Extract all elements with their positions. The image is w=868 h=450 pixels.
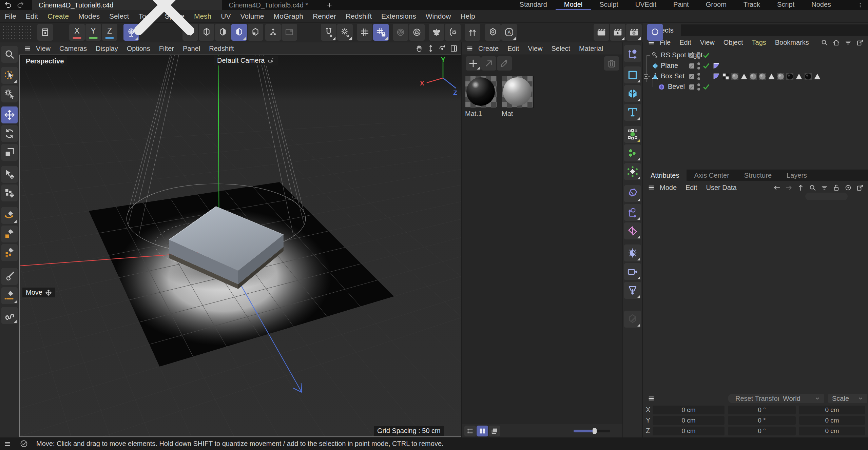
open-new-icon[interactable] bbox=[856, 39, 864, 46]
phong-tag-icon[interactable] bbox=[713, 73, 720, 80]
menu-volume[interactable]: Volume bbox=[235, 12, 269, 20]
multi-transform-tool[interactable] bbox=[1, 184, 18, 201]
material-gray-tag-icon[interactable] bbox=[749, 73, 757, 80]
sketch-tool[interactable] bbox=[1, 307, 18, 324]
tree-row-plane[interactable]: Plane bbox=[643, 61, 868, 71]
spline-primitives-button[interactable] bbox=[624, 66, 641, 83]
lock-y-axis-button[interactable]: Y bbox=[85, 24, 101, 41]
search-icon[interactable] bbox=[821, 39, 828, 46]
coordinate-mode-dropdown[interactable]: Scale bbox=[828, 394, 867, 403]
find-tool[interactable] bbox=[1, 46, 18, 63]
material-layer-view-button[interactable] bbox=[489, 426, 500, 436]
enable-toggle-icon[interactable] bbox=[688, 52, 695, 59]
rotate-tool[interactable] bbox=[1, 125, 18, 142]
quantize-button[interactable] bbox=[337, 24, 353, 41]
falloff-button[interactable] bbox=[393, 24, 408, 41]
menu-render[interactable]: Render bbox=[308, 12, 341, 20]
enabled-check-icon[interactable] bbox=[702, 83, 710, 91]
null-object-button[interactable] bbox=[624, 45, 641, 62]
viewport-menu-cameras[interactable]: Cameras bbox=[55, 45, 91, 53]
material-thumbnail[interactable] bbox=[502, 76, 534, 108]
brush-tool[interactable] bbox=[1, 268, 18, 285]
render-settings-button[interactable] bbox=[626, 24, 642, 41]
arrow-right-icon[interactable] bbox=[785, 184, 793, 192]
tab-structure[interactable]: Structure bbox=[737, 170, 779, 181]
modifier-axis-button[interactable] bbox=[624, 204, 641, 221]
lock-icon[interactable] bbox=[832, 184, 840, 192]
menu-mograph[interactable]: MoGraph bbox=[269, 12, 308, 20]
layout-sculpt[interactable]: Sculpt bbox=[591, 0, 627, 10]
render-view-button[interactable] bbox=[594, 24, 609, 41]
menu-create[interactable]: Create bbox=[43, 12, 74, 20]
rotate-view-icon[interactable] bbox=[438, 44, 446, 53]
selection-tag-icon[interactable] bbox=[795, 73, 803, 80]
panel-divider[interactable] bbox=[643, 23, 643, 437]
tree-row-box-set[interactable]: −Box Set bbox=[643, 71, 868, 82]
symmetry-button[interactable] bbox=[429, 24, 444, 41]
viewport-menu-view[interactable]: View bbox=[32, 45, 55, 53]
volume-button[interactable] bbox=[624, 144, 641, 161]
layout-overflow-icon[interactable] bbox=[857, 1, 863, 9]
attributes-menu-icon[interactable] bbox=[647, 184, 655, 191]
material-black-tag-icon[interactable] bbox=[786, 73, 794, 80]
coordinate-space-dropdown[interactable]: World bbox=[779, 394, 824, 403]
object-label[interactable]: RS Spot Light bbox=[661, 51, 702, 59]
attributes-menu-mode[interactable]: Mode bbox=[655, 184, 681, 192]
menu-uv[interactable]: UV bbox=[216, 12, 235, 20]
render-picture-viewer-button[interactable] bbox=[610, 24, 625, 41]
objects-menu-object[interactable]: Object bbox=[719, 39, 748, 46]
material-gray-tag-icon[interactable] bbox=[731, 73, 739, 80]
viewport-layer-button[interactable] bbox=[37, 24, 53, 41]
redshift-render-button[interactable] bbox=[647, 24, 663, 41]
layout-groom[interactable]: Groom bbox=[697, 0, 735, 10]
position-field-y[interactable]: 0 cm bbox=[653, 416, 725, 425]
view-label[interactable]: Perspective bbox=[22, 56, 67, 66]
menu-help[interactable]: Help bbox=[456, 12, 480, 20]
viewport-canvas[interactable]: Perspective Default Camera YXZ Move Grid… bbox=[19, 55, 461, 437]
light-button[interactable] bbox=[624, 282, 641, 299]
object-label[interactable]: Bevel bbox=[668, 83, 685, 91]
deformer-button[interactable] bbox=[624, 185, 641, 202]
viewport-menu-icon[interactable] bbox=[23, 45, 32, 52]
model-mode-button[interactable] bbox=[248, 24, 263, 41]
materials-menu-icon[interactable] bbox=[466, 45, 474, 52]
layout-track[interactable]: Track bbox=[735, 0, 769, 10]
grid-button[interactable] bbox=[357, 24, 372, 41]
material-gray-tag-icon[interactable] bbox=[758, 73, 766, 80]
material-thumbnail[interactable] bbox=[465, 76, 497, 108]
objects-menu-view[interactable]: View bbox=[696, 39, 719, 46]
menu-redshift[interactable]: Redshift bbox=[341, 12, 377, 20]
enable-toggle-icon[interactable] bbox=[688, 62, 695, 70]
coordinates-menu-icon[interactable] bbox=[647, 395, 655, 402]
arrow-up-icon[interactable] bbox=[797, 184, 805, 192]
redo-icon[interactable] bbox=[16, 1, 24, 9]
text-object-button[interactable] bbox=[624, 104, 641, 121]
transform-tool[interactable] bbox=[1, 166, 18, 183]
rotation-field-x[interactable]: 0 ° bbox=[728, 406, 796, 414]
material-list-view-button[interactable] bbox=[464, 426, 476, 436]
spline-pen-tool[interactable] bbox=[1, 207, 18, 224]
scale-field-x[interactable]: 0 cm bbox=[799, 406, 865, 414]
material-item[interactable]: Mat.1 bbox=[465, 76, 497, 118]
normals-button[interactable] bbox=[465, 24, 480, 41]
materials-menu-view[interactable]: View bbox=[524, 45, 547, 53]
tab-attributes[interactable]: Attributes bbox=[643, 170, 687, 181]
attributes-menu-user-data[interactable]: User Data bbox=[702, 184, 741, 192]
polygons-mode-button[interactable] bbox=[215, 24, 231, 41]
attributes-menu-edit[interactable]: Edit bbox=[681, 184, 701, 192]
home-icon[interactable] bbox=[832, 39, 840, 46]
primitive-cube-button[interactable] bbox=[624, 85, 641, 102]
grid-lock-button[interactable] bbox=[373, 24, 389, 41]
close-tab-icon[interactable] bbox=[113, 0, 215, 56]
layout-nodes[interactable]: Nodes bbox=[803, 0, 840, 10]
line-cut-tool[interactable] bbox=[1, 287, 18, 304]
falloff-settings-button[interactable] bbox=[409, 24, 425, 41]
position-field-x[interactable]: 0 cm bbox=[653, 406, 725, 414]
environment-button[interactable] bbox=[624, 244, 641, 261]
material-gray-tag-icon[interactable] bbox=[777, 73, 785, 80]
layout-standard[interactable]: Standard bbox=[511, 0, 556, 10]
thumbnail-size-slider[interactable] bbox=[574, 430, 610, 432]
arrow-left-icon[interactable] bbox=[773, 184, 781, 192]
new-tab-icon[interactable] bbox=[326, 2, 332, 8]
materials-menu-create[interactable]: Create bbox=[474, 45, 503, 53]
